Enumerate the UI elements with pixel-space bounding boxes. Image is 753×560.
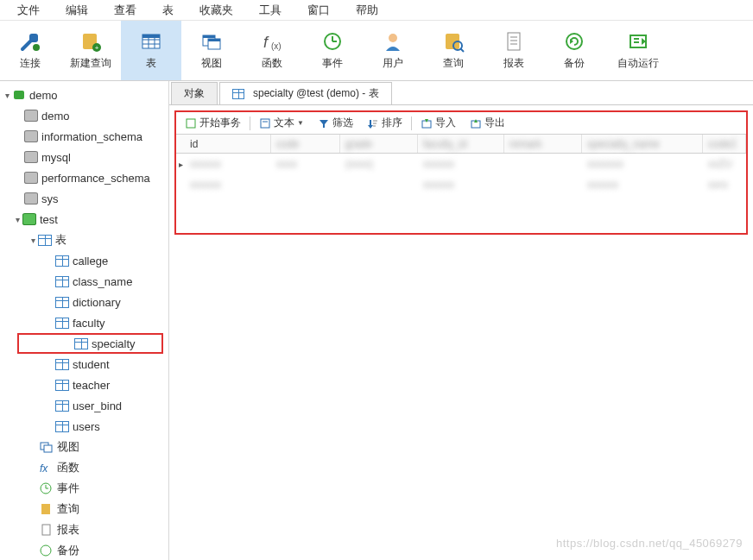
sort-button[interactable]: 排序 <box>362 114 408 133</box>
tree-node-views[interactable]: 视图 <box>0 437 168 457</box>
tool-new-query[interactable]: + 新建查询 <box>60 21 121 80</box>
col-6[interactable]: code2 <box>703 135 746 153</box>
table-icon <box>55 359 69 370</box>
tree-table-class-name[interactable]: class_name <box>0 271 168 292</box>
new-query-icon: + <box>79 30 102 53</box>
table-icon <box>232 89 244 99</box>
tree-table-callege[interactable]: callege <box>0 250 168 271</box>
tool-connect[interactable]: 连接 <box>0 21 60 80</box>
tool-backup-label: 备份 <box>564 56 585 71</box>
tree-table-dictionary[interactable]: dictionary <box>0 292 168 312</box>
tool-table-label: 表 <box>146 56 156 71</box>
tree-db-mysql[interactable]: mysql <box>0 147 168 167</box>
funnel-icon <box>318 117 330 129</box>
grid-header: id code grade faculty_id remark specialt… <box>176 135 746 154</box>
chevron-down-icon[interactable]: ▾ <box>28 236 38 245</box>
tree-connection[interactable]: ▾ demo <box>0 85 168 105</box>
tree-db-sys[interactable]: sys <box>0 188 168 209</box>
tab-objects[interactable]: 对象 <box>171 82 218 104</box>
import-button[interactable]: 导入 <box>415 114 461 133</box>
tree-db-demo[interactable]: demo <box>0 105 168 126</box>
tree-db-performance-schema[interactable]: performance_schema <box>0 167 168 188</box>
menu-tools[interactable]: 工具 <box>247 1 294 20</box>
tree-table-specialty[interactable]: specialty <box>17 333 163 354</box>
tool-function[interactable]: f(x) 函数 <box>242 21 302 80</box>
svg-point-0 <box>33 44 40 51</box>
export-button[interactable]: 导出 <box>465 114 510 133</box>
svg-line-23 <box>460 48 464 52</box>
tree-tables-node[interactable]: ▾ 表 <box>0 230 168 250</box>
table-icon <box>55 400 69 412</box>
transaction-icon <box>185 117 197 129</box>
clock-icon <box>40 482 54 494</box>
tree-table-users[interactable]: users <box>0 416 168 437</box>
query-icon <box>40 503 54 515</box>
export-icon <box>470 117 482 129</box>
svg-text:+: + <box>95 44 99 52</box>
sidebar-tree: ▾ demo demo information_schema mysql per… <box>0 81 169 560</box>
grid-row-0[interactable]: ▸ xxxxxx xxxx (xxxx) xxxxxx xxxxxxx xxZU <box>176 154 746 174</box>
tool-view[interactable]: 视图 <box>181 21 242 80</box>
tree-db-information-schema[interactable]: information_schema <box>0 126 168 147</box>
tool-function-label: 函数 <box>262 56 282 71</box>
tool-view-label: 视图 <box>201 56 222 71</box>
table-icon <box>55 297 69 308</box>
tool-event-label: 事件 <box>322 56 343 71</box>
divider <box>411 116 412 130</box>
tree-table-user-bind[interactable]: user_bind <box>0 395 168 416</box>
svg-rect-24 <box>508 33 520 50</box>
svg-text:fx: fx <box>40 462 48 474</box>
tree-node-functions[interactable]: fx函数 <box>0 457 168 478</box>
col-1[interactable]: code <box>271 135 340 153</box>
table-group-icon <box>38 235 52 246</box>
connection-icon <box>12 89 26 101</box>
fx-icon: fx <box>40 462 54 474</box>
tool-auto[interactable]: 自动运行 <box>604 21 672 80</box>
svg-rect-34 <box>14 91 24 99</box>
col-2[interactable]: grade <box>340 135 418 153</box>
sort-icon <box>367 117 379 129</box>
filter-button[interactable]: 筛选 <box>313 114 358 133</box>
tree-db-test[interactable]: ▾ test <box>0 209 168 230</box>
col-4[interactable]: remark <box>504 135 582 153</box>
menu-view[interactable]: 查看 <box>102 1 149 20</box>
svg-rect-44 <box>187 119 195 128</box>
tab-specialty[interactable]: specialty @test (demo) - 表 <box>219 82 392 104</box>
tool-backup[interactable]: 备份 <box>544 21 604 80</box>
col-3[interactable]: faculty_id <box>418 135 504 153</box>
tool-table[interactable]: 表 <box>121 21 181 80</box>
data-grid[interactable]: id code grade faculty_id remark specialt… <box>176 135 746 195</box>
current-row-marker: ▸ <box>176 154 185 174</box>
database-open-icon <box>22 213 36 225</box>
tree-node-backup[interactable]: 备份 <box>0 540 168 560</box>
tool-event[interactable]: 事件 <box>302 21 363 80</box>
chevron-down-icon[interactable]: ▾ <box>12 215 22 224</box>
text-mode-button[interactable]: 文本▼ <box>254 114 309 133</box>
menu-favorites[interactable]: 收藏夹 <box>187 1 245 20</box>
tree-table-student[interactable]: student <box>0 354 168 374</box>
chevron-down-icon[interactable]: ▼ <box>297 119 304 127</box>
chevron-down-icon[interactable]: ▾ <box>2 91 12 100</box>
menu-help[interactable]: 帮助 <box>344 1 390 20</box>
tree-table-teacher[interactable]: teacher <box>0 374 168 395</box>
svg-rect-36 <box>44 445 52 452</box>
col-id[interactable]: id <box>185 135 271 153</box>
tool-user[interactable]: 用户 <box>363 21 423 80</box>
svg-marker-49 <box>368 125 373 129</box>
menu-file[interactable]: 文件 <box>5 1 52 20</box>
menu-window[interactable]: 窗口 <box>295 1 342 20</box>
menu-edit[interactable]: 编辑 <box>54 1 100 20</box>
tool-query[interactable]: 查询 <box>423 21 484 80</box>
grid-row-1[interactable]: xxxxxx xxxxxx xxxxxx xxro <box>176 174 746 195</box>
menu-bar: 文件 编辑 查看 表 收藏夹 工具 窗口 帮助 <box>0 0 753 21</box>
menu-table[interactable]: 表 <box>150 1 186 20</box>
tree-node-reports[interactable]: 报表 <box>0 519 168 540</box>
tree-node-queries[interactable]: 查询 <box>0 499 168 519</box>
database-icon <box>24 192 38 204</box>
tree-node-events[interactable]: 事件 <box>0 478 168 499</box>
report-icon <box>40 524 54 536</box>
tree-table-faculty[interactable]: faculty <box>0 312 168 333</box>
tool-report[interactable]: 报表 <box>484 21 544 80</box>
col-5[interactable]: specialty_name <box>582 135 703 153</box>
begin-transaction-button[interactable]: 开始事务 <box>180 114 246 133</box>
